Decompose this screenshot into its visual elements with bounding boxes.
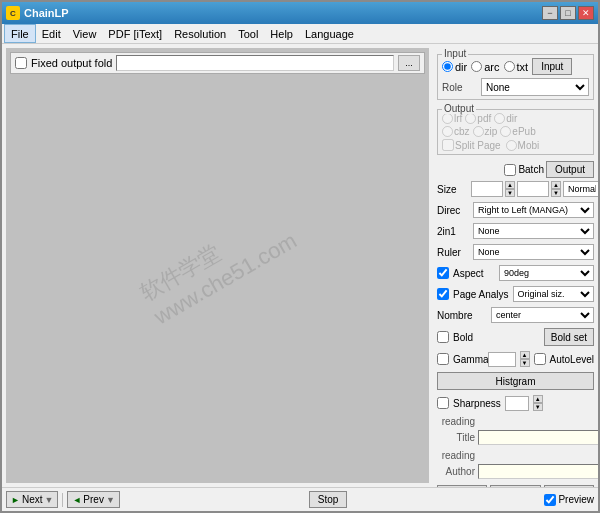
bold-checkbox[interactable]	[437, 331, 449, 343]
page-analys-label: Page Analys	[453, 289, 509, 300]
output-folder-browse-button[interactable]: ...	[398, 55, 420, 71]
size-mode-select[interactable]: Normal Custom	[563, 181, 598, 197]
output-button[interactable]: Output	[546, 161, 594, 178]
2in1-select[interactable]: None	[473, 223, 594, 239]
bold-row: Bold Bold set	[437, 328, 594, 346]
title-input[interactable]	[478, 430, 598, 445]
aspect-select[interactable]: 90deg 180deg	[499, 265, 594, 281]
input-button[interactable]: Input	[532, 58, 572, 75]
left-panel: Fixed output fold ... 软件学堂 www.che51.com	[6, 48, 429, 483]
title-bar: C ChainLP − □ ✕	[2, 2, 598, 24]
watermark-line1: 软件学堂	[134, 201, 288, 307]
menu-tool[interactable]: Tool	[232, 24, 264, 43]
output-mobi-radio	[506, 140, 517, 151]
menu-resolution[interactable]: Resolution	[168, 24, 232, 43]
close-button[interactable]: ✕	[578, 6, 594, 20]
input-arc-label[interactable]: arc	[471, 61, 499, 73]
bottom-left: ► Next ▼ ◄ Prev ▼	[6, 491, 120, 508]
batch-checkbox[interactable]	[504, 164, 516, 176]
input-section-title: Input	[442, 48, 468, 59]
nombre-select[interactable]: center left right	[491, 307, 594, 323]
preview-label[interactable]: Preview	[544, 494, 594, 506]
ruler-label: Ruler	[437, 247, 469, 258]
role-select[interactable]: None	[481, 78, 589, 96]
output-lrf-label[interactable]: lrf	[442, 113, 462, 124]
title-buttons: − □ ✕	[542, 6, 594, 20]
next-button[interactable]: ► Next ▼	[6, 491, 58, 508]
author-input[interactable]	[478, 464, 598, 479]
output-epub-radio	[500, 126, 511, 137]
menu-pdf[interactable]: PDF [iText]	[102, 24, 168, 43]
output-epub-label[interactable]: ePub	[500, 126, 535, 137]
stop-button[interactable]: Stop	[309, 491, 348, 508]
input-arc-radio[interactable]	[471, 61, 482, 72]
gamma-row: Gamma 1.6 ▲ ▼ AutoLevel	[437, 351, 594, 367]
input-txt-label[interactable]: txt	[504, 61, 529, 73]
page-analys-select[interactable]: Original siz. Fit	[513, 286, 594, 302]
menu-edit[interactable]: Edit	[36, 24, 67, 43]
size-height-input[interactable]: 754	[517, 181, 549, 197]
menu-help[interactable]: Help	[264, 24, 299, 43]
output-folder-input[interactable]	[116, 55, 394, 71]
output-section-title: Output	[442, 103, 476, 114]
size-width-up[interactable]: ▲	[505, 181, 515, 189]
output-mobi-label[interactable]: Mobi	[506, 140, 540, 151]
output-dir-radio	[494, 113, 505, 124]
prev-button[interactable]: ◄ Prev ▼	[67, 491, 119, 508]
menu-language[interactable]: Language	[299, 24, 360, 43]
size-width-input[interactable]: 584	[471, 181, 503, 197]
input-txt-radio[interactable]	[504, 61, 515, 72]
histogram-button[interactable]: Histgram	[437, 372, 594, 390]
size-height-down[interactable]: ▼	[551, 189, 561, 197]
title-row: Title	[437, 430, 594, 445]
ruler-row: Ruler None	[437, 244, 594, 260]
maximize-button[interactable]: □	[560, 6, 576, 20]
batch-label[interactable]: Batch	[504, 164, 544, 176]
direc-select[interactable]: Right to Left (MANGA) Left to Right	[473, 202, 594, 218]
input-section: Input dir arc txt Input	[437, 54, 594, 100]
output-zip-label[interactable]: zip	[473, 126, 498, 137]
main-window: C ChainLP − □ ✕ File Edit View PDF [iTex…	[0, 0, 600, 513]
gamma-up[interactable]: ▲	[520, 351, 530, 359]
output-folder-bar: Fixed output fold ...	[10, 52, 425, 74]
output-type-group: lrf pdf dir	[442, 113, 589, 124]
bottom-bar: ► Next ▼ ◄ Prev ▼ Stop Preview	[2, 487, 598, 511]
output-cbz-label[interactable]: cbz	[442, 126, 470, 137]
author-row: Author	[437, 464, 594, 479]
autolevel-checkbox[interactable]	[534, 353, 546, 365]
gamma-checkbox[interactable]	[437, 353, 449, 365]
window-title: ChainLP	[24, 7, 69, 19]
menu-view[interactable]: View	[67, 24, 103, 43]
output-pdf-label[interactable]: pdf	[465, 113, 491, 124]
page-analys-checkbox[interactable]	[437, 288, 449, 300]
ruler-select[interactable]: None	[473, 244, 594, 260]
output-splitpage-label[interactable]: Split Page	[442, 139, 501, 151]
2in1-row: 2in1 None	[437, 223, 594, 239]
size-width-down[interactable]: ▼	[505, 189, 515, 197]
output-dir-label[interactable]: dir	[494, 113, 517, 124]
sharpness-checkbox[interactable]	[437, 397, 449, 409]
bottom-right: Preview	[540, 494, 594, 506]
size-height-up[interactable]: ▲	[551, 181, 561, 189]
bold-set-button[interactable]: Bold set	[544, 328, 594, 346]
input-dir-radio[interactable]	[442, 61, 453, 72]
sharpness-input[interactable]: 3	[505, 396, 529, 411]
direc-row: Direc Right to Left (MANGA) Left to Righ…	[437, 202, 594, 218]
gamma-input[interactable]: 1.6	[488, 352, 516, 367]
batch-output-row: Batch Output	[437, 161, 594, 178]
author-label: Author	[437, 466, 475, 477]
app-icon: C	[6, 6, 20, 20]
aspect-checkbox[interactable]	[437, 267, 449, 279]
minimize-button[interactable]: −	[542, 6, 558, 20]
output-folder-checkbox[interactable]	[15, 57, 27, 69]
preview-checkbox[interactable]	[544, 494, 556, 506]
watermark-line2: www.che51.com	[149, 227, 301, 330]
role-label: Role	[442, 82, 477, 93]
title-label: Title	[437, 432, 475, 443]
input-dir-label[interactable]: dir	[442, 61, 467, 73]
sharpness-up[interactable]: ▲	[533, 395, 543, 403]
menu-file[interactable]: File	[4, 24, 36, 43]
gamma-down[interactable]: ▼	[520, 359, 530, 367]
nombre-label: Nombre	[437, 310, 487, 321]
sharpness-down[interactable]: ▼	[533, 403, 543, 411]
